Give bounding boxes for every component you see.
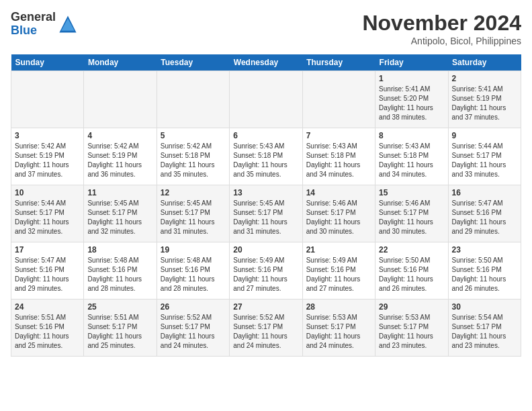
calendar-cell: 8Sunrise: 5:43 AM Sunset: 5:18 PM Daylig…: [375, 128, 448, 185]
day-info: Sunrise: 5:48 AM Sunset: 5:16 PM Dayligh…: [87, 256, 152, 293]
day-number: 25: [87, 302, 152, 312]
calendar-week-2: 3Sunrise: 5:42 AM Sunset: 5:19 PM Daylig…: [11, 128, 521, 185]
day-number: 15: [379, 188, 444, 197]
calendar-cell: 2Sunrise: 5:41 AM Sunset: 5:19 PM Daylig…: [448, 71, 521, 128]
day-info: Sunrise: 5:44 AM Sunset: 5:17 PM Dayligh…: [15, 199, 80, 236]
weekday-header-row: SundayMondayTuesdayWednesdayThursdayFrid…: [11, 54, 521, 71]
location: Antipolo, Bicol, Philippines: [362, 36, 521, 46]
day-info: Sunrise: 5:42 AM Sunset: 5:18 PM Dayligh…: [161, 142, 226, 179]
day-info: Sunrise: 5:50 AM Sunset: 5:16 PM Dayligh…: [379, 256, 444, 293]
calendar-cell: 10Sunrise: 5:44 AM Sunset: 5:17 PM Dayli…: [11, 185, 84, 242]
calendar-cell: 9Sunrise: 5:44 AM Sunset: 5:17 PM Daylig…: [448, 128, 521, 185]
day-number: 19: [161, 245, 226, 255]
day-number: 11: [87, 188, 152, 197]
calendar-cell: 20Sunrise: 5:49 AM Sunset: 5:16 PM Dayli…: [230, 242, 302, 300]
calendar-cell: 4Sunrise: 5:42 AM Sunset: 5:19 PM Daylig…: [84, 128, 157, 185]
day-number: 6: [233, 131, 298, 140]
day-number: 10: [15, 188, 80, 197]
day-info: Sunrise: 5:47 AM Sunset: 5:16 PM Dayligh…: [452, 199, 517, 236]
calendar-cell: 16Sunrise: 5:47 AM Sunset: 5:16 PM Dayli…: [448, 185, 521, 242]
day-info: Sunrise: 5:43 AM Sunset: 5:18 PM Dayligh…: [233, 142, 298, 179]
day-number: 1: [379, 74, 444, 83]
day-info: Sunrise: 5:54 AM Sunset: 5:17 PM Dayligh…: [452, 313, 517, 351]
day-number: 22: [379, 245, 444, 255]
day-number: 18: [87, 245, 152, 255]
logo-icon: [58, 15, 77, 34]
logo-general: General: [11, 11, 56, 24]
day-info: Sunrise: 5:47 AM Sunset: 5:16 PM Dayligh…: [15, 256, 80, 293]
calendar-cell: 5Sunrise: 5:42 AM Sunset: 5:18 PM Daylig…: [157, 128, 229, 185]
day-info: Sunrise: 5:41 AM Sunset: 5:20 PM Dayligh…: [379, 85, 444, 122]
day-info: Sunrise: 5:43 AM Sunset: 5:18 PM Dayligh…: [379, 142, 444, 179]
page-header: General Blue November 2024 Antipolo, Bic…: [11, 11, 521, 46]
calendar-cell: 23Sunrise: 5:50 AM Sunset: 5:16 PM Dayli…: [448, 242, 521, 300]
day-info: Sunrise: 5:45 AM Sunset: 5:17 PM Dayligh…: [87, 199, 152, 236]
calendar-cell: 12Sunrise: 5:45 AM Sunset: 5:17 PM Dayli…: [157, 185, 229, 242]
svg-marker-1: [61, 18, 75, 30]
day-number: 26: [161, 302, 226, 312]
calendar-cell: 18Sunrise: 5:48 AM Sunset: 5:16 PM Dayli…: [84, 242, 157, 300]
day-number: 3: [15, 131, 80, 140]
day-number: 13: [233, 188, 298, 197]
calendar-week-5: 24Sunrise: 5:51 AM Sunset: 5:16 PM Dayli…: [11, 300, 521, 357]
day-number: 21: [306, 245, 371, 255]
day-number: 30: [452, 302, 517, 312]
day-number: 5: [161, 131, 226, 140]
day-info: Sunrise: 5:41 AM Sunset: 5:19 PM Dayligh…: [452, 85, 517, 122]
calendar-cell: [84, 71, 157, 128]
calendar-cell: 24Sunrise: 5:51 AM Sunset: 5:16 PM Dayli…: [11, 300, 84, 357]
day-info: Sunrise: 5:49 AM Sunset: 5:16 PM Dayligh…: [306, 256, 371, 293]
day-number: 8: [379, 131, 444, 140]
calendar-cell: 29Sunrise: 5:53 AM Sunset: 5:17 PM Dayli…: [375, 300, 448, 357]
weekday-header-friday: Friday: [375, 54, 448, 71]
logo-blue: Blue: [11, 24, 56, 38]
weekday-header-monday: Monday: [84, 54, 157, 71]
day-info: Sunrise: 5:50 AM Sunset: 5:16 PM Dayligh…: [452, 256, 517, 293]
day-info: Sunrise: 5:52 AM Sunset: 5:17 PM Dayligh…: [161, 313, 226, 351]
calendar-cell: 27Sunrise: 5:52 AM Sunset: 5:17 PM Dayli…: [230, 300, 302, 357]
calendar-cell: [230, 71, 302, 128]
calendar-week-3: 10Sunrise: 5:44 AM Sunset: 5:17 PM Dayli…: [11, 185, 521, 242]
calendar-week-1: 1Sunrise: 5:41 AM Sunset: 5:20 PM Daylig…: [11, 71, 521, 128]
calendar-cell: 15Sunrise: 5:46 AM Sunset: 5:17 PM Dayli…: [375, 185, 448, 242]
day-number: 29: [379, 302, 444, 312]
calendar-cell: 19Sunrise: 5:48 AM Sunset: 5:16 PM Dayli…: [157, 242, 229, 300]
day-info: Sunrise: 5:51 AM Sunset: 5:16 PM Dayligh…: [15, 313, 80, 351]
day-number: 17: [15, 245, 80, 255]
day-number: 2: [452, 74, 517, 83]
day-info: Sunrise: 5:43 AM Sunset: 5:18 PM Dayligh…: [306, 142, 371, 179]
day-number: 27: [233, 302, 298, 312]
calendar-cell: 25Sunrise: 5:51 AM Sunset: 5:17 PM Dayli…: [84, 300, 157, 357]
calendar-cell: [11, 71, 84, 128]
calendar-cell: 3Sunrise: 5:42 AM Sunset: 5:19 PM Daylig…: [11, 128, 84, 185]
day-info: Sunrise: 5:42 AM Sunset: 5:19 PM Dayligh…: [15, 142, 80, 179]
weekday-header-wednesday: Wednesday: [230, 54, 302, 71]
calendar-cell: 14Sunrise: 5:46 AM Sunset: 5:17 PM Dayli…: [302, 185, 375, 242]
day-info: Sunrise: 5:45 AM Sunset: 5:17 PM Dayligh…: [161, 199, 226, 236]
calendar-table: SundayMondayTuesdayWednesdayThursdayFrid…: [11, 54, 521, 357]
day-info: Sunrise: 5:45 AM Sunset: 5:17 PM Dayligh…: [233, 199, 298, 236]
calendar-cell: 11Sunrise: 5:45 AM Sunset: 5:17 PM Dayli…: [84, 185, 157, 242]
calendar-cell: 13Sunrise: 5:45 AM Sunset: 5:17 PM Dayli…: [230, 185, 302, 242]
calendar-cell: 21Sunrise: 5:49 AM Sunset: 5:16 PM Dayli…: [302, 242, 375, 300]
day-info: Sunrise: 5:49 AM Sunset: 5:16 PM Dayligh…: [233, 256, 298, 293]
calendar-cell: 17Sunrise: 5:47 AM Sunset: 5:16 PM Dayli…: [11, 242, 84, 300]
calendar-cell: 22Sunrise: 5:50 AM Sunset: 5:16 PM Dayli…: [375, 242, 448, 300]
day-number: 14: [306, 188, 371, 197]
weekday-header-tuesday: Tuesday: [157, 54, 229, 71]
day-info: Sunrise: 5:53 AM Sunset: 5:17 PM Dayligh…: [306, 313, 371, 351]
day-number: 24: [15, 302, 80, 312]
calendar-cell: 1Sunrise: 5:41 AM Sunset: 5:20 PM Daylig…: [375, 71, 448, 128]
weekday-header-saturday: Saturday: [448, 54, 521, 71]
day-info: Sunrise: 5:44 AM Sunset: 5:17 PM Dayligh…: [452, 142, 517, 179]
title-section: November 2024 Antipolo, Bicol, Philippin…: [362, 11, 521, 46]
calendar-cell: 30Sunrise: 5:54 AM Sunset: 5:17 PM Dayli…: [448, 300, 521, 357]
calendar-cell: 6Sunrise: 5:43 AM Sunset: 5:18 PM Daylig…: [230, 128, 302, 185]
day-number: 23: [452, 245, 517, 255]
day-number: 7: [306, 131, 371, 140]
calendar-cell: 7Sunrise: 5:43 AM Sunset: 5:18 PM Daylig…: [302, 128, 375, 185]
day-number: 12: [161, 188, 226, 197]
day-number: 9: [452, 131, 517, 140]
calendar-cell: 26Sunrise: 5:52 AM Sunset: 5:17 PM Dayli…: [157, 300, 229, 357]
calendar-week-4: 17Sunrise: 5:47 AM Sunset: 5:16 PM Dayli…: [11, 242, 521, 300]
